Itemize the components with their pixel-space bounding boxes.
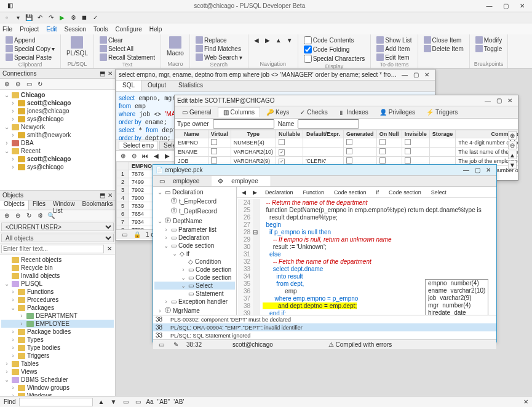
tw-tab-columns[interactable]: ▥ Columns	[218, 107, 260, 117]
crumb[interactable]: Declaration	[261, 189, 297, 196]
pck-tab-body[interactable]: ⚙ employee	[212, 176, 271, 186]
sql-tab-sql[interactable]: SQL	[116, 81, 141, 91]
code-contents-button[interactable]: Code Contents	[302, 36, 367, 45]
obj-pin-icon[interactable]: ⬒	[100, 192, 105, 199]
sql-close-button[interactable]: ✕	[421, 71, 432, 78]
sql-max-button[interactable]: ▢	[410, 71, 421, 78]
pck-close-button[interactable]: ✕	[483, 167, 494, 173]
grid-first-icon[interactable]: ⏮	[141, 152, 149, 160]
conn-refresh-icon[interactable]: ↻	[36, 80, 44, 89]
code-editor[interactable]: empnonumber(4)enamevarchar2(10)jobvarcha…	[237, 198, 496, 315]
menu-file[interactable]: File	[2, 26, 12, 33]
debug-icon[interactable]: ⚙	[69, 14, 77, 22]
sql-min-button[interactable]: —	[399, 71, 410, 78]
select-all-button[interactable]: Select All	[98, 44, 157, 53]
crumb[interactable]: Code section	[330, 189, 370, 196]
nav-fwd-icon[interactable]: ▶	[263, 36, 272, 44]
sql-tab-output[interactable]: Output	[141, 81, 172, 91]
open-icon[interactable]: ▾	[14, 14, 22, 22]
menu-session[interactable]: Session	[64, 26, 86, 33]
menu-configure[interactable]: Configure	[115, 26, 141, 33]
delete-item-button[interactable]: Delete Item	[422, 44, 466, 53]
tw-tab-keys[interactable]: 🔑 Keys	[261, 108, 294, 117]
objects-scope-select[interactable]: All objects	[1, 234, 114, 242]
clear-button[interactable]: Clear	[98, 36, 157, 44]
menu-help[interactable]: Help	[149, 26, 162, 33]
autocomplete-popup[interactable]: empnonumber(4)enamevarchar2(10)jobvarcha…	[425, 279, 488, 315]
error-list[interactable]: 38PLS-00302: component 'DEPT' must be de…	[153, 315, 496, 339]
contents-checkbox[interactable]	[304, 36, 312, 44]
crumb[interactable]: Function	[300, 189, 328, 196]
find-case[interactable]: Aa	[146, 398, 153, 405]
macro-button[interactable]: Macro	[165, 36, 186, 57]
nav-down-icon[interactable]: ▼	[285, 36, 294, 44]
find-word1[interactable]: "AB"	[157, 398, 170, 405]
special-copy-button[interactable]: Special Copy ▾	[4, 44, 57, 53]
conn-pin-icon[interactable]: ⬒	[100, 70, 105, 77]
col-add-icon[interactable]: ⊕	[508, 131, 517, 140]
modify-bp-button[interactable]: Modify	[474, 36, 504, 44]
findbar-close-icon[interactable]: ✕	[523, 398, 528, 405]
conn-close-icon[interactable]: ✕	[108, 70, 113, 77]
maximize-button[interactable]: ▢	[498, 2, 513, 9]
tw-tab-triggers[interactable]: ⚡ Triggers	[421, 108, 463, 117]
pck-back-icon[interactable]: ◀	[239, 188, 248, 197]
tw-tab-indexes[interactable]: ⫼ Indexes	[334, 108, 373, 117]
find-opt1[interactable]: ▭	[121, 398, 130, 406]
append-button[interactable]: Append	[4, 36, 57, 44]
save-icon[interactable]: 💾	[25, 14, 33, 22]
find-prev-icon[interactable]: ▲	[97, 398, 105, 406]
find-word2[interactable]: 'AB'	[173, 398, 184, 405]
pck-min-button[interactable]: —	[461, 167, 472, 173]
conn-add-icon[interactable]: ⊕	[2, 80, 11, 89]
commit-icon[interactable]: ✓	[91, 14, 100, 22]
pck-tab-spec[interactable]: ▭ employee	[153, 176, 212, 186]
col-up-icon[interactable]: ▲	[508, 151, 517, 159]
stop-icon[interactable]: ⏹	[80, 14, 89, 22]
obj-search-icon[interactable]: 🔍	[47, 211, 55, 220]
filter-input[interactable]	[1, 245, 104, 253]
close-button[interactable]: ✕	[515, 2, 530, 9]
grid-del-icon[interactable]: ⊖	[130, 152, 138, 160]
col-down-icon[interactable]: ▼	[508, 160, 517, 169]
tw-max-button[interactable]: ▢	[493, 97, 504, 104]
recall-button[interactable]: Recall Statement	[98, 53, 157, 61]
minimize-button[interactable]: —	[482, 2, 496, 9]
tw-tab-priv[interactable]: 👤 Privileges	[375, 108, 420, 117]
toggle-bp-button[interactable]: Toggle	[474, 44, 504, 53]
conn-folder-icon[interactable]: ▭	[25, 80, 33, 89]
pck-fwd-icon[interactable]: ▶	[250, 188, 259, 197]
find-next-icon[interactable]: ▼	[109, 398, 117, 406]
undo-icon[interactable]: ↶	[36, 14, 44, 22]
tw-close-button[interactable]: ✕	[504, 97, 515, 104]
connections-tree[interactable]: ⌄Chicago ›scott@chicago ›jones@chicago ›…	[0, 90, 115, 190]
replace-button[interactable]: Replace	[194, 36, 244, 44]
pck-max-button[interactable]: ▢	[472, 167, 483, 173]
conn-remove-icon[interactable]: ⊖	[14, 80, 22, 89]
special-paste-button[interactable]: Special Paste	[4, 53, 57, 61]
find-input[interactable]	[19, 398, 93, 406]
special-chars-button[interactable]: Special Characters	[302, 54, 367, 63]
show-list-button[interactable]: Show List	[375, 36, 413, 44]
obj-remove-icon[interactable]: ⊖	[14, 211, 22, 220]
chars-checkbox[interactable]	[304, 55, 312, 63]
grid-next-icon[interactable]: ▶	[163, 152, 172, 160]
filter-clear-icon[interactable]: ✕	[105, 245, 114, 253]
sql-tab-stats[interactable]: Statistics	[172, 81, 209, 91]
type-name-input[interactable]	[298, 119, 359, 128]
add-item-button[interactable]: Add Item	[375, 44, 413, 53]
obj-filter-icon[interactable]: ⚙	[36, 211, 44, 220]
obj-close-icon[interactable]: ✕	[108, 192, 113, 199]
col-del-icon[interactable]: ⊖	[508, 141, 517, 149]
tw-tab-checks[interactable]: ✓ Checks	[295, 108, 332, 117]
grid-tab-emp[interactable]: Select emp	[119, 141, 158, 150]
obj-add-icon[interactable]: ⊕	[2, 211, 11, 220]
grid-prev-icon[interactable]: ◀	[152, 152, 161, 160]
obj-tab-objects[interactable]: Objects	[0, 200, 29, 210]
objects-tree[interactable]: Recent objects Recycle bin Invalid objec…	[0, 255, 115, 396]
folding-checkbox[interactable]	[304, 45, 312, 53]
package-outline-tree[interactable]: ⌄▭ Declaration Ⓣ t_EmpRecord Ⓣ t_DeptRec…	[153, 187, 237, 315]
crumb[interactable]: Code section	[385, 189, 425, 196]
close-item-button[interactable]: Close Item	[422, 36, 466, 44]
obj-tab-bookmarks[interactable]: Bookmarks	[79, 200, 117, 210]
